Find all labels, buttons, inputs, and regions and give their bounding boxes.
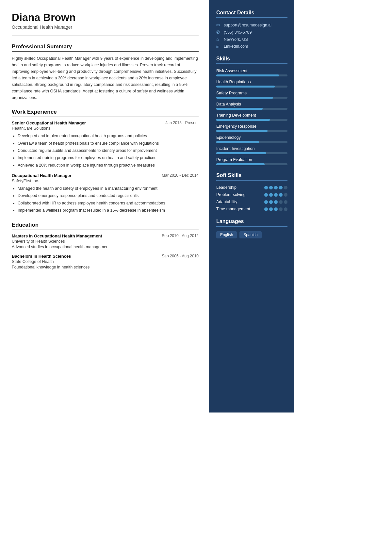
skill-name: Training Development (216, 113, 287, 118)
right-column: Contact Details ✉ support@resumedesign.a… (209, 0, 294, 412)
skill-dots (264, 207, 287, 211)
skill-bar-bg (216, 97, 287, 99)
job-2: Occupational Health Manager Mar 2010 - D… (12, 173, 199, 214)
location-icon: ⌂ (216, 37, 221, 42)
skill-item: Training Development (216, 113, 287, 121)
skill-bar-bg (216, 119, 287, 121)
skill-name: Epidemiology (216, 135, 287, 140)
language-tag: English (216, 231, 237, 238)
job-2-dates: Mar 2010 - Dec 2014 (162, 173, 199, 178)
skill-dots (264, 186, 287, 189)
phone-icon: ✆ (216, 30, 221, 35)
skill-dot (274, 200, 278, 204)
skill-dot (269, 207, 273, 211)
skill-dots (264, 200, 287, 204)
summary-section: Professional Summary Highly skilled Occu… (12, 43, 199, 101)
skill-bar-bg (216, 152, 287, 154)
skill-bar-bg (216, 130, 287, 132)
soft-skill-name: Leadership (216, 185, 237, 190)
list-item: Developed emergency response plans and c… (18, 193, 199, 199)
work-experience-section: Work Experience Senior Occupational Heal… (12, 109, 199, 214)
language-tags: EnglishSpanish (216, 231, 287, 238)
list-item: Collaborated with HR to address employee… (18, 200, 199, 206)
edu-2-desc: Foundational knowledge in health science… (12, 265, 199, 269)
skill-bar-fill (216, 108, 263, 110)
contact-phone: (555) 345-6789 (224, 30, 252, 35)
contact-section: Contact Details ✉ support@resumedesign.a… (216, 10, 287, 49)
edu-2-dates: Sep 2006 - Aug 2010 (162, 254, 199, 258)
skill-bar-fill (216, 97, 273, 99)
list-item: Implemented training programs for employ… (18, 155, 199, 161)
skill-bar-fill (216, 119, 270, 121)
soft-skill-item: Adaptability (216, 200, 287, 204)
list-item: in LinkedIn.com (216, 44, 287, 49)
edu-2-degree: Bachelors in Health Sciences (12, 254, 71, 259)
summary-text: Highly skilled Occupational Health Manag… (12, 55, 199, 101)
contact-linkedin: LinkedIn.com (224, 44, 248, 49)
skill-dot (269, 193, 273, 197)
skill-dot (269, 186, 273, 189)
skill-dot (274, 207, 278, 211)
summary-title: Professional Summary (12, 43, 199, 52)
skill-bar-fill (216, 141, 259, 143)
skills-title: Skills (216, 56, 287, 64)
languages-section: Languages EnglishSpanish (216, 218, 287, 238)
skill-bar-bg (216, 74, 287, 76)
education-section: Education Masters in Occupational Health… (12, 222, 199, 269)
skill-dot (264, 186, 268, 189)
job-2-title: Occupational Health Manager (12, 173, 72, 178)
soft-skills-title: Soft Skills (216, 172, 287, 181)
skill-dot (264, 200, 268, 204)
skill-bar-fill (216, 74, 279, 76)
job-2-company: SafetyFirst Inc. (12, 179, 199, 183)
work-experience-title: Work Experience (12, 109, 199, 117)
list-item: ⌂ NewYork, US (216, 37, 287, 42)
skill-name: Program Evaluation (216, 157, 287, 162)
job-2-bullets: Managed the health and safety of employe… (12, 186, 199, 214)
skill-name: Incident Investigation (216, 146, 287, 151)
skill-bar-fill (216, 163, 265, 165)
education-title: Education (12, 222, 199, 230)
language-tag: Spanish (239, 231, 261, 238)
job-1-dates: Jan 2015 - Present (166, 121, 199, 125)
soft-skill-item: Problem-solving (216, 192, 287, 197)
skill-dot (284, 193, 287, 197)
soft-skills-list: Leadership Problem-solving Adaptability … (216, 185, 287, 211)
job-1: Senior Occupational Health Manager Jan 2… (12, 121, 199, 169)
skill-dot (264, 193, 268, 197)
contact-email: support@resumedesign.ai (224, 23, 271, 27)
edu-2: Bachelors in Health Sciences Sep 2006 - … (12, 254, 199, 269)
skill-dot (284, 200, 287, 204)
skill-bar-fill (216, 86, 275, 88)
skill-name: Emergency Response (216, 124, 287, 129)
skill-dot (274, 186, 278, 189)
languages-title: Languages (216, 218, 287, 227)
soft-skill-name: Problem-solving (216, 192, 246, 197)
skill-bar-fill (216, 152, 266, 154)
skill-bar-fill (216, 130, 268, 132)
skill-item: Epidemiology (216, 135, 287, 143)
skill-item: Health Regulations (216, 80, 287, 88)
contact-list: ✉ support@resumedesign.ai ✆ (555) 345-67… (216, 23, 287, 49)
edu-1: Masters in Occupational Health Managemen… (12, 234, 199, 249)
soft-skills-section: Soft Skills Leadership Problem-solving A… (216, 172, 287, 211)
skill-bar-bg (216, 86, 287, 88)
linkedin-icon: in (216, 44, 221, 48)
skill-bar-bg (216, 163, 287, 165)
list-item: ✉ support@resumedesign.ai (216, 23, 287, 27)
candidate-title: Occupational Health Manager (12, 24, 199, 30)
list-item: ✆ (555) 345-6789 (216, 30, 287, 35)
skill-item: Emergency Response (216, 124, 287, 132)
skill-item: Data Analysis (216, 102, 287, 110)
job-1-title: Senior Occupational Health Manager (12, 121, 86, 125)
edu-1-dates: Sep 2010 - Aug 2012 (162, 234, 199, 238)
edu-2-school: State College of Health (12, 259, 199, 264)
skills-section: Skills Risk Assessment Health Regulation… (216, 56, 287, 165)
skill-dot (264, 207, 268, 211)
edu-1-desc: Advanced studies in occupational health … (12, 245, 199, 249)
list-item: Managed the health and safety of employe… (18, 186, 199, 192)
skill-dot (274, 193, 278, 197)
skill-dot (284, 186, 287, 189)
skill-dot (279, 207, 283, 211)
header-divider (12, 36, 199, 36)
